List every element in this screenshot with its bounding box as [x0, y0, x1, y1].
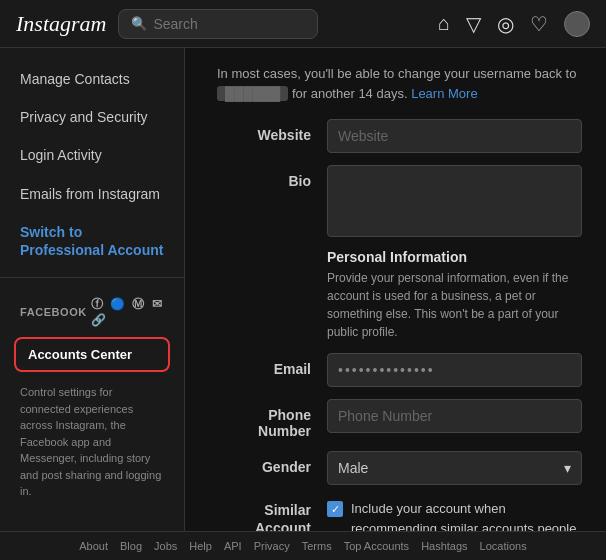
footer-api[interactable]: API	[224, 540, 242, 552]
logo: Instagram	[16, 11, 106, 37]
website-input[interactable]	[327, 119, 582, 153]
avatar[interactable]	[564, 11, 590, 37]
gender-value[interactable]: Male ▾	[327, 451, 582, 485]
accounts-center-button[interactable]: Accounts Center	[14, 337, 170, 372]
personal-info-spacer	[217, 249, 327, 257]
facebook-icons: ⓕ 🔵 Ⓜ ✉ 🔗	[91, 296, 164, 327]
sidebar-item-professional[interactable]: Switch to Professional Account	[0, 213, 184, 269]
nav-icons: ⌂ ▽ ◎ ♡	[438, 11, 590, 37]
search-box[interactable]: 🔍	[118, 9, 318, 39]
heart-icon[interactable]: ♡	[530, 12, 548, 36]
footer-locations[interactable]: Locations	[480, 540, 527, 552]
personal-info-title: Personal Information	[327, 249, 582, 265]
chevron-down-icon: ▾	[564, 460, 571, 476]
website-row: Website	[217, 119, 582, 153]
bio-input[interactable]	[327, 165, 582, 237]
personal-info-block: Personal Information Provide your person…	[327, 249, 582, 341]
email-label: Email	[217, 353, 327, 377]
email-row: Email ••••••••••••••	[217, 353, 582, 387]
footer-jobs[interactable]: Jobs	[154, 540, 177, 552]
footer: About Blog Jobs Help API Privacy Terms T…	[0, 531, 606, 560]
facebook-section: FACEBOOK ⓕ 🔵 Ⓜ ✉ 🔗	[0, 286, 184, 333]
footer-privacy[interactable]: Privacy	[254, 540, 290, 552]
search-icon: 🔍	[131, 16, 147, 31]
sidebar-item-privacy[interactable]: Privacy and Security	[0, 98, 184, 136]
email-value: ••••••••••••••	[327, 353, 582, 387]
username-info: In most cases, you'll be able to change …	[217, 64, 582, 103]
sidebar-item-emails[interactable]: Emails from Instagram	[0, 175, 184, 213]
filter-icon[interactable]: ▽	[466, 12, 481, 36]
phone-label: Phone Number	[217, 399, 327, 439]
learn-more-link[interactable]: Learn More	[411, 86, 477, 101]
footer-help[interactable]: Help	[189, 540, 212, 552]
sidebar-item-manage-contacts[interactable]: Manage Contacts	[0, 60, 184, 98]
search-input[interactable]	[153, 16, 305, 32]
sidebar-item-login-activity[interactable]: Login Activity	[0, 136, 184, 174]
website-label: Website	[217, 119, 327, 143]
personal-info-row: Personal Information Provide your person…	[217, 249, 582, 341]
bio-label: Bio	[217, 165, 327, 189]
checkmark-icon: ✓	[331, 503, 340, 516]
footer-about[interactable]: About	[79, 540, 108, 552]
gender-label: Gender	[217, 451, 327, 475]
main-content: In most cases, you'll be able to change …	[185, 48, 606, 560]
top-navigation: Instagram 🔍 ⌂ ▽ ◎ ♡	[0, 0, 606, 48]
accounts-center-desc: Control settings for connected experienc…	[0, 376, 184, 508]
footer-terms[interactable]: Terms	[302, 540, 332, 552]
phone-input[interactable]	[327, 399, 582, 433]
compass-icon[interactable]: ◎	[497, 12, 514, 36]
similar-accounts-checkbox[interactable]: ✓	[327, 501, 343, 517]
phone-row: Phone Number	[217, 399, 582, 439]
personal-info-desc: Provide your personal information, even …	[327, 269, 582, 341]
gender-row: Gender Male ▾	[217, 451, 582, 485]
footer-hashtags[interactable]: Hashtags	[421, 540, 467, 552]
sidebar: Manage Contacts Privacy and Security Log…	[0, 48, 185, 560]
sidebar-divider	[0, 277, 184, 278]
facebook-label: FACEBOOK	[20, 306, 87, 318]
bio-row: Bio	[217, 165, 582, 237]
main-layout: Manage Contacts Privacy and Security Log…	[0, 48, 606, 560]
footer-top-accounts[interactable]: Top Accounts	[344, 540, 409, 552]
footer-blog[interactable]: Blog	[120, 540, 142, 552]
home-icon[interactable]: ⌂	[438, 12, 450, 35]
